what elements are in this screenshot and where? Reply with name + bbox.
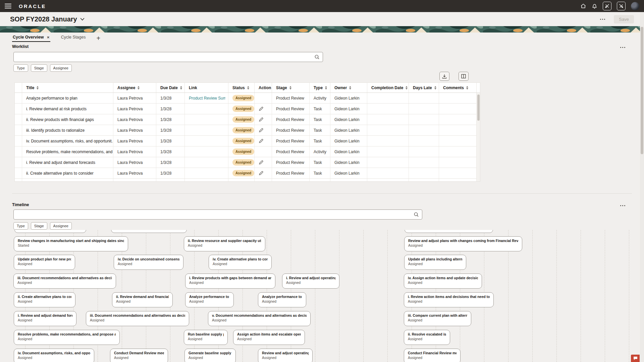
column-header-status[interactable]: Status [228,83,255,93]
tab-close-icon[interactable]: ✕ [47,36,49,39]
column-header-owner[interactable]: Owner [330,83,367,93]
home-icon[interactable] [580,3,586,9]
tool-icon-a[interactable] [603,2,611,10]
timeline-card[interactable]: Assign action items and escalate open is… [233,330,305,345]
timeline-card[interactable]: ii. Create alternative plans to consider… [14,292,75,307]
table-scrollbar-thumb[interactable] [477,95,480,121]
column-header-stage[interactable]: Stage [272,83,310,93]
worklist-link[interactable]: Product Review Summary [189,96,225,101]
tool-icon-b[interactable] [617,2,626,10]
edit-pencil-icon[interactable] [259,117,263,122]
column-header-action[interactable]: Action [255,83,272,93]
user-avatar[interactable] [631,2,639,10]
timeline-card[interactable]: iii. Document recommendations and altern… [86,311,189,326]
edit-pencil-icon[interactable] [259,171,263,176]
timeline-card[interactable] [14,230,86,233]
table-row[interactable]: iv. Document assumptions, risks, and opp… [15,136,480,146]
cell-completion-date [367,168,409,178]
cell-title: ii. Review products with financial gaps [22,114,113,125]
timeline-card[interactable]: i. Review and adjust demand forecastsAss… [14,311,76,326]
edit-pencil-icon[interactable] [259,160,263,165]
timeline-card[interactable]: Update product plan for new productsAssi… [14,255,75,270]
sort-icon [247,86,249,89]
column-header-link[interactable]: Link [185,83,228,93]
timeline-card[interactable]: iv. Create alternative plans to consider… [209,255,272,270]
tab-cycle-stages[interactable]: Cycle Stages [60,35,87,42]
timeline-card[interactable]: iii. Compare current plan with alternati… [404,311,471,326]
timeline-card[interactable]: Review and adjust operating planAssigned [258,349,313,362]
timeline-card[interactable]: iv. Assign action items and update decis… [404,274,482,289]
timeline-card[interactable]: ii. Resolve escalated issuesAssigned [404,330,450,345]
timeline-filter-assignee[interactable]: Assignee [50,222,72,230]
column-header-assignee[interactable]: Assignee [113,83,156,93]
timeline-card[interactable]: Run baseline supply planAssigned [184,330,228,345]
menu-icon[interactable] [5,4,11,8]
save-button[interactable]: Save [614,15,634,23]
table-row[interactable]: iii. Identify products to rationalizeLau… [15,125,480,136]
timeline-card[interactable]: iv. Document assumptions, risks, and opp… [14,349,94,362]
download-icon[interactable] [439,72,449,81]
timeline-search-input[interactable] [13,209,422,220]
timeline-overflow-menu-icon[interactable] [619,204,627,207]
table-row[interactable]: Resolve problems, make recommendations, … [15,146,480,157]
row-select-cell [15,93,22,103]
timeline-card[interactable] [405,230,493,233]
timeline-card[interactable]: Resolve problems, make recommendations, … [14,330,120,345]
timeline-card[interactable]: Conduct Demand Review meetingAssigned [110,349,168,362]
cell-stage: Product Review [272,104,310,114]
worklist-filter-assignee[interactable]: Assignee [50,64,72,72]
table-row[interactable]: ii. Review products with financial gapsL… [15,114,480,125]
table-row[interactable]: Analyze performance to planLaura Petrova… [15,93,480,104]
worklist-search-input[interactable] [13,52,323,62]
column-header-label: Action [259,85,271,90]
timeline-card[interactable]: Update all plans including alternativesA… [404,255,466,270]
worklist-overflow-menu-icon[interactable] [619,46,627,49]
feedback-chat-icon[interactable] [631,355,640,362]
page-overflow-menu-icon[interactable] [599,17,606,21]
table-row[interactable]: i. Review and adjust demand forecastsLau… [15,157,480,168]
timeline-card[interactable]: Review changes in manufacturing start an… [14,236,128,251]
timeline-card[interactable]: Analyze performance to planAssigned [258,292,306,307]
notifications-icon[interactable] [592,3,597,9]
column-header-title[interactable]: Title [22,83,113,93]
timeline-card[interactable]: ii. Review resource and supplier capacit… [184,236,265,251]
timeline-card[interactable]: ii. Review demand and financial gapsAssi… [112,292,173,307]
timeline-card[interactable]: Generate baseline supply planAssigned [184,349,236,362]
timeline-card[interactable]: v. Document recommendations and alternat… [208,311,311,326]
timeline-card-status: Assigned [90,318,185,322]
tab-cycle-overview[interactable]: Cycle Overview ✕ [12,35,50,42]
timeline-card[interactable] [111,230,187,233]
column-header-type[interactable]: Type [310,83,330,93]
table-row[interactable]: i. Review demand at risk productsLaura P… [15,104,480,114]
table-row[interactable]: ii. Create alternative plans to consider… [15,168,480,179]
column-header-completion-date[interactable]: Completion Date [367,83,409,93]
timeline-card-status: Assigned [408,318,467,322]
column-header-comments[interactable]: Comments [439,83,477,93]
cell-type: Task [310,136,330,146]
timeline-filter-type[interactable]: Type [13,222,28,230]
column-header-days-late[interactable]: Days Late [409,83,439,93]
columns-icon[interactable] [459,72,469,81]
cell-action [255,114,272,125]
cell-due-date: 1/3/28 [156,125,185,135]
page-scrollbar[interactable] [640,12,644,362]
page-scrollbar-thumb[interactable] [641,27,643,154]
timeline-filter-stage[interactable]: Stage [31,222,47,230]
add-tab-icon[interactable]: + [96,36,100,42]
timeline-card[interactable]: i. Review products with gaps between dem… [185,274,275,289]
edit-pencil-icon[interactable] [259,128,263,133]
worklist-filter-stage[interactable]: Stage [31,64,47,72]
cycle-selector[interactable]: SOP FY2028 January [10,15,85,23]
timeline-card[interactable]: i. Review and adjust operating planAssig… [282,274,339,289]
edit-pencil-icon[interactable] [259,139,263,143]
table-scrollbar[interactable] [476,93,480,181]
timeline-card[interactable]: Review and adjust plans with changes com… [404,236,522,251]
column-header-due-date[interactable]: Due Date [156,83,185,93]
timeline-card[interactable]: Conduct Financial Review meetingAssigned [404,349,461,362]
timeline-card[interactable]: iii. Document recommendations and altern… [13,274,116,289]
timeline-card[interactable]: i. Review action items and decisions tha… [404,292,494,307]
timeline-card[interactable]: Analyze performance to planAssigned [185,292,234,307]
edit-pencil-icon[interactable] [259,107,263,111]
timeline-card[interactable]: iv. Decide on unconstrained consensus fo… [114,255,183,270]
worklist-filter-type[interactable]: Type [13,64,28,72]
